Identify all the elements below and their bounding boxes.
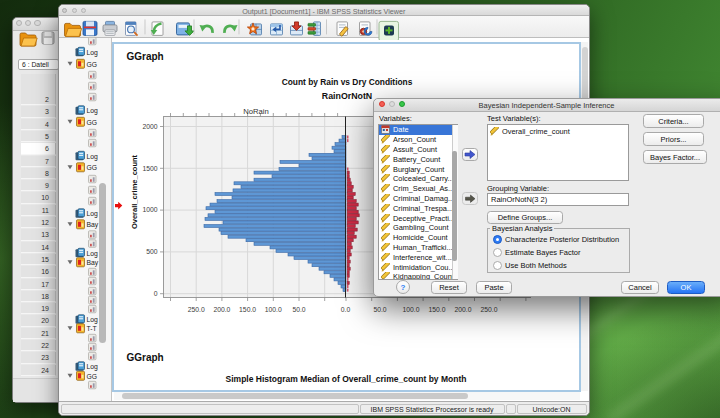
svg-text:100.0: 100.0 — [402, 306, 419, 313]
svg-text:200.0: 200.0 — [454, 306, 471, 313]
svg-text:Count by Rain vs Dry Condition: Count by Rain vs Dry Conditions — [282, 77, 413, 87]
svg-text:200.0: 200.0 — [213, 306, 230, 313]
svg-text:1500: 1500 — [142, 165, 157, 172]
svg-text:GGraph: GGraph — [127, 352, 164, 363]
svg-text:RainOrNotN: RainOrNotN — [322, 91, 372, 101]
svg-text:Overall_crime_count: Overall_crime_count — [130, 154, 139, 229]
svg-text:2000: 2000 — [142, 123, 157, 130]
svg-text:50.0: 50.0 — [292, 306, 305, 313]
svg-text:0.0: 0.0 — [341, 306, 351, 313]
svg-text:50.0: 50.0 — [373, 306, 386, 313]
svg-text:NoRain: NoRain — [243, 107, 269, 116]
svg-text:150.0: 150.0 — [428, 306, 445, 313]
svg-text:500: 500 — [146, 248, 158, 255]
svg-text:Simple Histogram Median of Ove: Simple Histogram Median of Overall_crime… — [226, 374, 467, 384]
svg-text:1000: 1000 — [142, 206, 157, 213]
svg-text:250.0: 250.0 — [188, 306, 205, 313]
svg-text:GGraph: GGraph — [127, 51, 164, 62]
svg-text:150.0: 150.0 — [239, 306, 256, 313]
svg-text:0: 0 — [154, 290, 158, 297]
svg-text:250.0: 250.0 — [480, 306, 497, 313]
svg-text:100.0: 100.0 — [265, 306, 282, 313]
